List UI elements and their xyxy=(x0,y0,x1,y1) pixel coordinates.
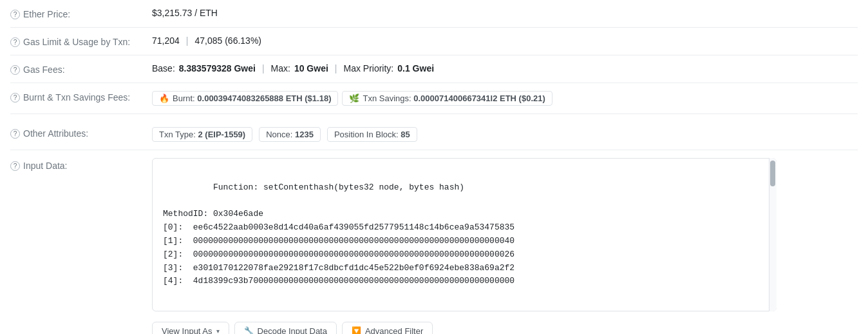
burnt-help-icon[interactable]: ? xyxy=(10,93,20,103)
other-attributes-row: ? Other Attributes: Txn Type: 2 (EIP-155… xyxy=(10,119,858,150)
burnt-value: 🔥 Burnt: 0.00039474083265888 ETH ($1.18)… xyxy=(152,91,858,106)
ether-price-label: ? Ether Price: xyxy=(10,8,152,19)
base-label: Base: xyxy=(152,63,175,74)
savings-icon: 🌿 xyxy=(349,93,359,103)
burnt-label: ? Burnt & Txn Savings Fees: xyxy=(10,91,152,103)
txn-type-badge: Txn Type: 2 (EIP-1559) xyxy=(152,127,252,142)
position-badge: Position In Block: 85 xyxy=(327,127,417,142)
scrollbar-thumb[interactable] xyxy=(770,161,775,186)
ether-price-row: ? Ether Price: $3,215.73 / ETH xyxy=(10,0,858,28)
gas-fees-divider1: | xyxy=(262,63,265,74)
nonce-badge: Nonce: 1235 xyxy=(259,127,321,142)
view-input-as-button[interactable]: View Input As ▾ xyxy=(152,322,229,334)
savings-badge: 🌿 Txn Savings: 0.000071400667341l2 ETH (… xyxy=(342,91,552,106)
gas-fees-divider2: | xyxy=(335,63,337,74)
gas-limit-label: ? Gas Limit & Usage by Txn: xyxy=(10,35,152,47)
gas-limit-row: ? Gas Limit & Usage by Txn: 71,204 | 47,… xyxy=(10,28,858,55)
scrollbar-track[interactable] xyxy=(769,158,777,311)
savings-badge-label: Txn Savings: 0.000071400667341l2 ETH ($0… xyxy=(363,93,545,103)
gas-limit-help-icon[interactable]: ? xyxy=(10,37,20,47)
other-attributes-help-icon[interactable]: ? xyxy=(10,129,20,139)
input-data-box[interactable]: Function: setContenthash(bytes32 node, b… xyxy=(152,158,777,311)
spacer xyxy=(10,114,858,119)
burnt-row: ? Burnt & Txn Savings Fees: 🔥 Burnt: 0.0… xyxy=(10,83,858,114)
gas-limit-value: 71,204 | 47,085 (66.13%) xyxy=(152,35,858,46)
chevron-down-icon: ▾ xyxy=(216,328,220,334)
input-data-label: ? Input Data: xyxy=(10,158,152,171)
input-data-value: Function: setContenthash(bytes32 node, b… xyxy=(152,158,858,334)
decode-input-data-button[interactable]: 🔧 Decode Input Data xyxy=(234,322,337,334)
gas-fees-row: ? Gas Fees: Base: 8.383579328 Gwei | Max… xyxy=(10,55,858,83)
input-data-help-icon[interactable]: ? xyxy=(10,161,20,171)
burnt-badge-label: Burnt: 0.00039474083265888 ETH ($1.18) xyxy=(173,93,331,103)
max-value: 10 Gwei xyxy=(294,63,328,74)
fire-icon: 🔥 xyxy=(159,93,169,103)
base-value: 8.383579328 Gwei xyxy=(179,63,256,74)
gas-fees-help-icon[interactable]: ? xyxy=(10,65,20,75)
gas-limit-divider: | xyxy=(186,35,189,46)
action-buttons: View Input As ▾ 🔧 Decode Input Data 🔽 Ad… xyxy=(152,322,433,334)
advanced-filter-button[interactable]: 🔽 Advanced Filter xyxy=(342,322,433,334)
priority-label: Max Priority: xyxy=(343,63,393,74)
gas-fees-label: ? Gas Fees: xyxy=(10,63,152,75)
ether-price-value: $3,215.73 / ETH xyxy=(152,8,858,18)
burnt-badge: 🔥 Burnt: 0.00039474083265888 ETH ($1.18) xyxy=(152,91,338,106)
ether-price-help-icon[interactable]: ? xyxy=(10,10,20,19)
max-label: Max: xyxy=(271,63,290,74)
other-attributes-value: Txn Type: 2 (EIP-1559) Nonce: 1235 Posit… xyxy=(152,127,858,142)
decode-icon: 🔧 xyxy=(244,326,254,334)
filter-icon: 🔽 xyxy=(352,326,361,334)
input-data-row: ? Input Data: Function: setContenthash(b… xyxy=(10,150,858,334)
priority-value: 0.1 Gwei xyxy=(397,63,434,74)
other-attributes-label: ? Other Attributes: xyxy=(10,127,152,139)
gas-fees-value: Base: 8.383579328 Gwei | Max: 10 Gwei | … xyxy=(152,63,858,74)
input-data-wrapper: Function: setContenthash(bytes32 node, b… xyxy=(152,158,777,311)
